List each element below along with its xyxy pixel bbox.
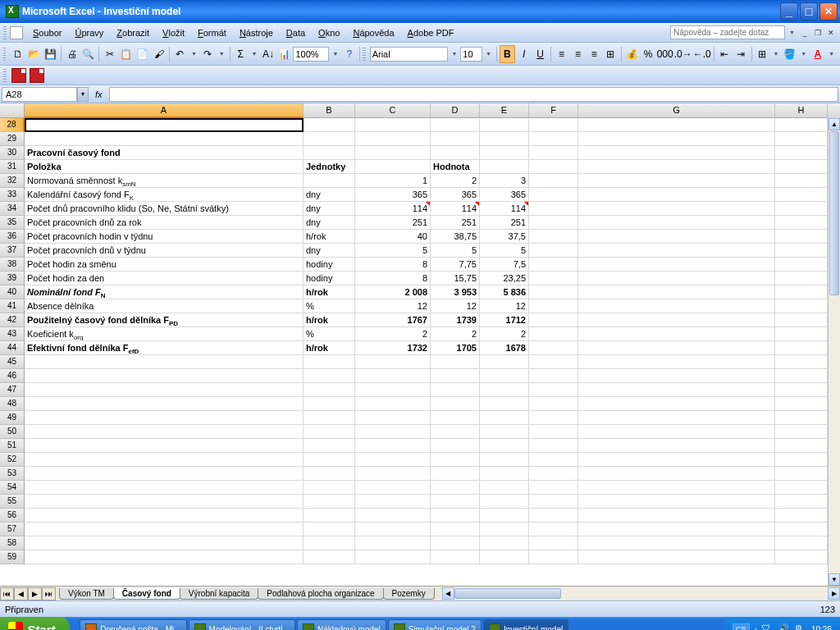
sheet-tab[interactable]: Výkon TM [59,588,114,600]
row-header[interactable]: 39 [0,272,25,285]
menu-soubor[interactable]: Soubor [26,26,68,39]
column-header-E[interactable]: E [480,103,529,118]
cell-B38[interactable]: hodiny [304,258,355,272]
row-header[interactable]: 32 [0,174,25,188]
cell-E41[interactable]: 12 [480,299,529,313]
cell-C40[interactable]: 2 008 [355,285,431,299]
cell-H31[interactable] [775,160,828,174]
cell-A32[interactable]: Normovaná směnnost ksmN [25,174,304,188]
cell-F56[interactable] [529,509,578,523]
cell-F47[interactable] [529,383,578,397]
cell-F48[interactable] [529,397,578,411]
cell-D30[interactable] [431,146,480,160]
row-header[interactable]: 46 [0,369,25,383]
clock[interactable]: 10:26 [811,625,832,631]
cell-D44[interactable]: 1705 [431,341,480,355]
cell-D58[interactable] [431,536,480,550]
row-header[interactable]: 57 [0,523,25,536]
row-header[interactable]: 44 [0,341,25,355]
row-header[interactable]: 41 [0,299,25,313]
cell-H54[interactable] [775,481,828,495]
cell-H28[interactable] [775,118,828,132]
cell-C38[interactable]: 8 [355,258,431,272]
cell-G53[interactable] [578,467,775,481]
cell-F38[interactable] [529,258,578,272]
cell-G50[interactable] [578,425,775,439]
cell-H52[interactable] [775,453,828,467]
cell-A55[interactable] [25,495,304,509]
cell-E32[interactable]: 3 [480,174,529,188]
cell-C55[interactable] [355,495,431,509]
cell-B43[interactable]: % [304,327,355,341]
cell-H55[interactable] [775,495,828,509]
namebox-dropdown[interactable]: ▼ [77,87,89,102]
row-header[interactable]: 33 [0,188,25,202]
cell-G46[interactable] [578,369,775,383]
cell-E59[interactable] [480,550,529,564]
cell-A52[interactable] [25,453,304,467]
cell-H35[interactable] [775,216,828,230]
cell-A38[interactable]: Počet hodin za směnu [25,258,304,272]
cell-B36[interactable]: h/rok [304,230,355,244]
cell-E55[interactable] [480,495,529,509]
cell-D29[interactable] [431,132,480,146]
cell-C36[interactable]: 40 [355,230,431,244]
cell-F30[interactable] [529,146,578,160]
cell-E52[interactable] [480,453,529,467]
cell-A37[interactable]: Počet pracovních dnů v týdnu [25,244,304,258]
cell-C32[interactable]: 1 [355,174,431,188]
dropdown-icon[interactable]: ▼ [798,51,809,57]
row-header[interactable]: 38 [0,258,25,272]
menu-zobrazit[interactable]: Zobrazit [110,26,156,39]
row-header[interactable]: 54 [0,481,25,495]
language-indicator[interactable]: CS [733,623,750,630]
cell-F49[interactable] [529,411,578,425]
cell-F29[interactable] [529,132,578,146]
scroll-right-button[interactable]: ▶ [828,587,840,600]
cell-C33[interactable]: 365 [355,188,431,202]
format-painter-button[interactable]: 🖌 [151,45,167,63]
cell-G35[interactable] [578,216,775,230]
column-header-F[interactable]: F [529,103,578,118]
font-combo[interactable]: Arial [370,47,449,62]
cell-D32[interactable]: 2 [431,174,480,188]
cell-H30[interactable] [775,146,828,160]
cell-B51[interactable] [304,439,355,453]
cell-A28[interactable] [25,118,304,132]
cell-A39[interactable]: Počet hodin za den [25,272,304,285]
cell-G48[interactable] [578,397,775,411]
cell-F54[interactable] [529,481,578,495]
cell-H49[interactable] [775,411,828,425]
cell-A59[interactable] [25,550,304,564]
cell-B53[interactable] [304,467,355,481]
dropdown-icon[interactable]: ▼ [770,51,781,57]
cell-A31[interactable]: Položka [25,160,304,174]
sheet-tab[interactable]: Podlahová plocha organizace [258,588,383,600]
pdf-icon[interactable] [30,68,44,83]
scroll-left-button[interactable]: ◀ [442,587,454,600]
column-header-C[interactable]: C [355,103,431,118]
cell-G54[interactable] [578,481,775,495]
close-button[interactable]: ✕ [819,2,838,21]
open-button[interactable]: 📂 [26,45,42,63]
cell-G30[interactable] [578,146,775,160]
cell-G55[interactable] [578,495,775,509]
cell-B47[interactable] [304,383,355,397]
cell-C44[interactable]: 1732 [355,341,431,355]
cell-F44[interactable] [529,341,578,355]
taskbar-item[interactable]: Nákladový model [297,619,386,630]
cell-B48[interactable] [304,397,355,411]
decrease-indent-button[interactable]: ⇤ [717,45,733,63]
cell-B30[interactable] [304,146,355,160]
cell-H46[interactable] [775,369,828,383]
tray-icon[interactable]: 🛡 [762,623,774,630]
row-header[interactable]: 28 [0,118,25,132]
cell-C28[interactable] [355,118,431,132]
cell-H57[interactable] [775,523,828,536]
tab-next-button[interactable]: ▶ [28,587,42,600]
horizontal-scrollbar[interactable]: ◀ ▶ [442,587,840,600]
cell-B56[interactable] [304,509,355,523]
cell-H48[interactable] [775,397,828,411]
cell-F35[interactable] [529,216,578,230]
cell-D52[interactable] [431,453,480,467]
